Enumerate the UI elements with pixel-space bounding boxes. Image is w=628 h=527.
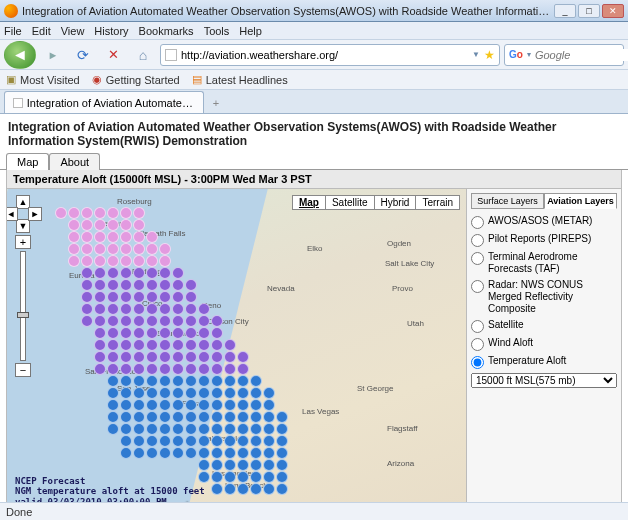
temp-grid-dot [237,459,249,471]
temp-grid-dot [133,303,145,315]
browser-tab[interactable]: Integration of Aviation Automated ... [4,91,204,113]
temp-grid-dot [211,363,223,375]
temp-grid-dot [120,435,132,447]
temp-grid-dot [211,459,223,471]
layer-radio[interactable] [471,320,484,333]
temp-grid-dot [146,315,158,327]
temp-grid-dot [172,411,184,423]
temp-grid-dot [159,351,171,363]
temp-grid-dot [237,447,249,459]
temp-grid-dot [133,411,145,423]
menu-history[interactable]: History [94,25,128,37]
temp-grid-dot [81,291,93,303]
temp-grid-dot [263,459,275,471]
bookmark-latest-headlines[interactable]: ▤Latest Headlines [192,73,288,86]
home-button[interactable]: ⌂ [130,43,156,67]
layer-label[interactable]: Satellite [488,319,617,331]
layer-label[interactable]: AWOS/ASOS (METAR) [488,215,617,227]
back-button[interactable]: ◄ [4,41,36,69]
search-engine-dropdown[interactable]: ▾ [527,50,531,59]
search-input[interactable] [535,49,628,61]
layer-radio[interactable] [471,338,484,351]
temp-grid-dot [81,279,93,291]
new-tab-button[interactable]: + [204,93,228,113]
temp-grid-dot [107,207,119,219]
temp-grid-dot [172,375,184,387]
layer-radio[interactable] [471,216,484,229]
zoom-in[interactable]: + [15,235,31,249]
menu-bookmarks[interactable]: Bookmarks [139,25,194,37]
layer-label[interactable]: Temperature Aloft [488,355,617,367]
stop-button[interactable]: ✕ [100,43,126,67]
temp-grid-dot [133,375,145,387]
search-bar[interactable]: Go ▾ [504,44,624,66]
url-dropdown-icon[interactable]: ▼ [472,50,480,59]
maptype-hybrid[interactable]: Hybrid [375,196,417,209]
menu-tools[interactable]: Tools [204,25,230,37]
maximize-button[interactable]: □ [578,4,600,18]
pan-south[interactable]: ▼ [16,219,30,233]
layer-radio[interactable] [471,234,484,247]
zoom-thumb[interactable] [17,312,29,318]
bookmark-getting-started[interactable]: ◉Getting Started [92,73,180,86]
temp-grid-dot [172,339,184,351]
temp-grid-dot [81,231,93,243]
minimize-button[interactable]: _ [554,4,576,18]
tab-map[interactable]: Map [6,153,49,170]
temp-grid-dot [198,423,210,435]
tab-surface-layers[interactable]: Surface Layers [471,193,544,209]
temp-grid-dot [185,279,197,291]
close-button[interactable]: ✕ [602,4,624,18]
menu-help[interactable]: Help [239,25,262,37]
layer-radio[interactable] [471,280,484,293]
temp-grid-dot [159,243,171,255]
temp-grid-dot [224,363,236,375]
map-area[interactable]: RoseburgMedfordKlamath FallsEurekaReddin… [7,189,466,502]
temp-grid-dot [263,447,275,459]
maptype-terrain[interactable]: Terrain [416,196,459,209]
temp-grid-dot [120,243,132,255]
layer-radio[interactable] [471,356,484,369]
layer-label[interactable]: Pilot Reports (PIREPS) [488,233,617,245]
reload-button[interactable]: ⟳ [70,43,96,67]
bookmark-most-visited[interactable]: ▣Most Visited [6,73,80,86]
url-bar[interactable]: ▼ ★ [160,44,500,66]
window-titlebar: Integration of Aviation Automated Weathe… [0,0,628,22]
temp-grid-dot [237,483,249,495]
temp-grid-dot [133,387,145,399]
temp-grid-dot [185,351,197,363]
layer-option: Temperature Aloft [471,353,617,371]
temp-grid-dot [263,435,275,447]
temp-grid-dot [107,231,119,243]
altitude-select[interactable]: 15000 ft MSL(575 mb) [471,373,617,388]
temp-grid-dot [107,315,119,327]
layer-label[interactable]: Wind Aloft [488,337,617,349]
temp-grid-dot [159,435,171,447]
url-input[interactable] [181,49,468,61]
layer-radio[interactable] [471,252,484,265]
temp-grid-dot [120,219,132,231]
tab-about[interactable]: About [49,153,100,170]
forward-button[interactable]: ► [40,43,66,67]
nav-toolbar: ◄ ► ⟳ ✕ ⌂ ▼ ★ Go ▾ [0,40,628,70]
menu-edit[interactable]: Edit [32,25,51,37]
page-title: Integration of Aviation Automated Weathe… [0,114,628,152]
maptype-map[interactable]: Map [293,196,326,209]
zoom-track[interactable] [20,251,26,361]
menu-view[interactable]: View [61,25,85,37]
pan-west[interactable]: ◄ [7,207,18,221]
zoom-out[interactable]: − [15,363,31,377]
layer-label[interactable]: Radar: NWS CONUS Merged Reflectivity Com… [488,279,617,315]
firefox-icon [4,4,18,18]
temp-grid-dot [211,399,223,411]
pan-east[interactable]: ► [28,207,42,221]
city-label: Flagstaff [387,424,418,433]
layer-label[interactable]: Terminal Aerodrome Forecasts (TAF) [488,251,617,275]
temp-grid-dot [185,375,197,387]
maptype-satellite[interactable]: Satellite [326,196,375,209]
city-label: Utah [407,319,424,328]
map-container: RoseburgMedfordKlamath FallsEurekaReddin… [6,189,622,502]
bookmark-star-icon[interactable]: ★ [484,48,495,62]
tab-aviation-layers[interactable]: Aviation Layers [544,193,617,209]
menu-file[interactable]: File [4,25,22,37]
